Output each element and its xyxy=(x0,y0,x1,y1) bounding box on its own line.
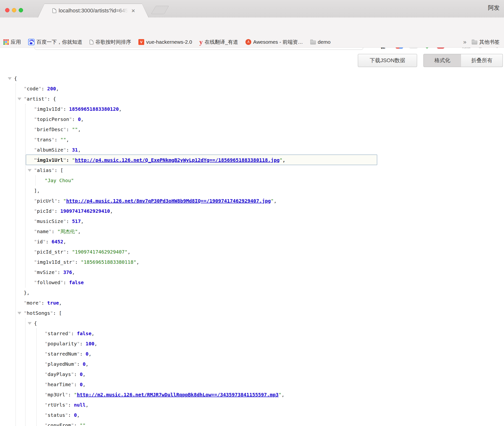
json-token: " xyxy=(45,422,48,426)
bookmark-item-4[interactable]: y在线翻译_有道 xyxy=(199,39,238,45)
json-row: "alias": [ xyxy=(0,165,504,175)
bookmark-item-3[interactable]: Vvue-hackernews-2.0 xyxy=(138,39,192,45)
json-token: , xyxy=(83,371,86,377)
json-token: , xyxy=(283,157,286,163)
tab-close-icon[interactable]: × xyxy=(131,8,135,13)
json-token: " xyxy=(34,259,37,265)
url-link[interactable]: http://m2.music.126.net/RMJR7wDullRqppBk… xyxy=(77,392,278,398)
bookmark-item-6[interactable]: demo xyxy=(310,39,331,45)
collapse-triangle-icon[interactable] xyxy=(8,77,12,80)
json-row: "Jay Chou" xyxy=(0,175,504,186)
json-token: " xyxy=(24,310,27,316)
json-line: "img1v1Id": 18569651883380120, xyxy=(34,104,122,114)
json-token: " xyxy=(38,86,41,92)
json-token: " xyxy=(60,106,63,112)
json-row: "img1v1Id": 18569651883380120, xyxy=(0,104,504,114)
json-key: starredNum xyxy=(48,351,77,357)
bookmark-label: Awesomes - 前端资… xyxy=(253,39,303,45)
json-line: "briefDesc": "", xyxy=(34,124,81,135)
zoom-window-button[interactable] xyxy=(19,8,23,12)
json-line: "name": "周杰伦", xyxy=(34,226,81,237)
json-token: " xyxy=(44,96,47,102)
json-key: status xyxy=(48,412,65,418)
json-key: popularity xyxy=(48,341,77,347)
json-row: "hearTime": 0, xyxy=(0,379,504,390)
bookmark-item-5[interactable]: AAwesomes - 前端资… xyxy=(245,39,303,45)
collapse-triangle-icon[interactable] xyxy=(28,169,32,172)
json-key: albumSize xyxy=(37,147,63,153)
json-token: " xyxy=(43,239,46,245)
browser-window: localhost:3000/artists?id=645 × 阿发 i loc… xyxy=(0,0,504,426)
url-link[interactable]: http://p4.music.126.net/Q_ExePNkmgB2yWyL… xyxy=(75,157,280,163)
json-row: "copyFrom": "", xyxy=(0,420,504,426)
collapse-triangle-icon[interactable] xyxy=(17,98,21,100)
bookmark-label: demo xyxy=(318,39,331,45)
json-token: , xyxy=(59,300,62,306)
json-value: 18569651883380120 xyxy=(69,106,119,112)
json-row: "briefDesc": "", xyxy=(0,124,504,135)
bookmark-item-1[interactable]: 百度一下，你就知道 xyxy=(28,39,82,45)
json-value: 31 xyxy=(72,147,78,153)
browser-tab[interactable]: localhost:3000/artists?id=645 × xyxy=(38,4,149,18)
json-token: : xyxy=(66,127,72,132)
json-row: "name": "周杰伦", xyxy=(0,226,504,237)
json-token: : xyxy=(63,106,69,112)
json-row: "starredNum": 0, xyxy=(0,349,504,359)
bookmark-item-2[interactable]: 谷歌按时间排序 xyxy=(90,39,131,45)
json-token: , xyxy=(86,402,89,408)
json-token: " xyxy=(34,239,37,245)
collapse-triangle-icon[interactable] xyxy=(17,312,21,315)
json-token: , xyxy=(63,239,66,245)
json-token: : xyxy=(68,392,74,398)
folder-icon xyxy=(472,41,477,44)
json-token: " xyxy=(63,147,66,153)
json-token: , xyxy=(86,422,89,426)
collapse-triangle-icon[interactable] xyxy=(28,322,32,325)
json-row: "albumSize": 31, xyxy=(0,145,504,155)
json-key: mvSize xyxy=(37,269,54,275)
json-key: dayPlays xyxy=(48,371,71,377)
json-token: " xyxy=(24,300,27,306)
other-bookmarks-folder[interactable]: 其他书签 xyxy=(472,39,500,45)
minimize-window-button[interactable] xyxy=(12,8,16,12)
json-key: topicPerson xyxy=(37,116,69,122)
format-button[interactable]: 格式化 xyxy=(423,54,461,67)
json-token: " xyxy=(63,249,66,255)
json-value: 517 xyxy=(72,218,81,224)
json-token: , xyxy=(81,218,84,224)
json-row: "img1v1Url": "http://p4.music.126.net/Q_… xyxy=(0,155,504,165)
json-token: " xyxy=(54,269,57,275)
indent-guide xyxy=(16,84,16,426)
json-token: " xyxy=(54,198,57,204)
json-token: " xyxy=(34,157,37,163)
json-bracket: }, xyxy=(24,290,30,296)
json-bracket: [ xyxy=(60,167,63,173)
json-token: " xyxy=(74,392,77,398)
json-token: " xyxy=(49,229,51,234)
json-bracket: [ xyxy=(59,310,62,316)
bookmarks-overflow-icon[interactable]: » xyxy=(463,39,466,45)
tab-title: localhost:3000/artists?id=645 xyxy=(59,8,128,14)
json-row: "starred": false, xyxy=(0,328,504,339)
json-token: , xyxy=(92,331,94,336)
bookmark-item-0[interactable]: 应用 xyxy=(3,39,21,45)
download-json-button[interactable]: 下载JSON数据 xyxy=(358,54,417,67)
json-row: "playedNum": 0, xyxy=(0,359,504,369)
json-token: : xyxy=(66,218,72,224)
new-tab-button[interactable] xyxy=(151,6,169,14)
json-token: " xyxy=(34,218,37,224)
json-bracket: { xyxy=(53,96,56,102)
json-token: : xyxy=(47,96,53,102)
url-link[interactable]: http://p4.music.126.net/8mv7qP30Pd3oHW8b… xyxy=(66,198,271,204)
profile-name[interactable]: 阿发 xyxy=(488,4,500,12)
json-key: briefDesc xyxy=(37,127,63,132)
json-line: "picId": 19097417462929410, xyxy=(34,206,113,216)
json-token: , xyxy=(66,137,69,143)
json-string-value: "周杰伦" xyxy=(57,229,78,234)
json-token: " xyxy=(45,402,48,408)
close-window-button[interactable] xyxy=(5,8,9,12)
json-string-value: "19097417462929407" xyxy=(72,249,128,255)
collapse-all-button[interactable]: 折叠所有 xyxy=(461,54,503,67)
json-token: " xyxy=(69,116,72,122)
json-key: artist xyxy=(27,96,44,102)
